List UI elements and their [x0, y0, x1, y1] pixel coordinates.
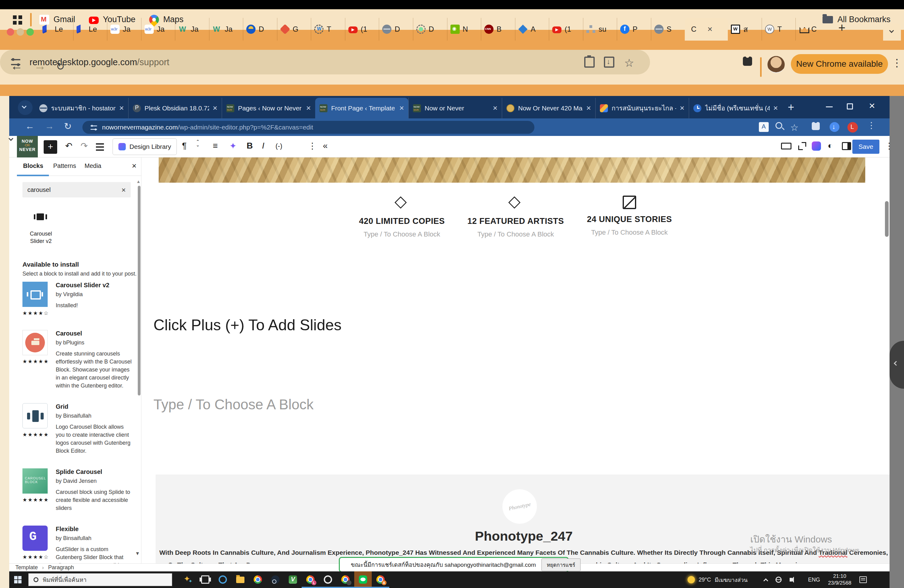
mac-browser-tab[interactable]: S [651, 18, 685, 41]
menu-dots-icon[interactable]: ⋮ [892, 57, 902, 69]
hero-image[interactable] [159, 158, 865, 183]
minimize-icon[interactable] [826, 106, 833, 107]
mac-browser-tab[interactable]: P [617, 18, 651, 41]
remote-session-panel-handle[interactable] [890, 341, 904, 389]
block-plugin-item[interactable]: ★★★★★ Carousel by bPlugins Create stunni… [22, 330, 138, 390]
fullscreen-icon[interactable] [798, 142, 806, 150]
block-type-hint[interactable]: Type / To Choose A Block [459, 230, 572, 238]
preview-desktop-icon[interactable] [781, 143, 792, 149]
align-icon[interactable] [213, 141, 218, 151]
clipboard-icon[interactable] [584, 57, 595, 68]
canvas-scrollbar[interactable] [885, 201, 889, 237]
clear-search-icon[interactable]: × [122, 186, 126, 194]
mac-browser-tab[interactable]: T [762, 18, 796, 41]
tab-patterns[interactable]: Patterns [53, 162, 76, 169]
tab-media[interactable]: Media [85, 162, 101, 169]
taskbar-app-icon[interactable] [372, 571, 389, 588]
extensions-icon[interactable] [812, 122, 820, 130]
close-traffic-light[interactable] [7, 28, 14, 36]
taskbar-weather[interactable]: 29°C มีเมฆบางส่วน [687, 571, 748, 588]
taskbar-app-icon[interactable] [302, 571, 319, 588]
move-up-down-icon[interactable] [197, 140, 199, 151]
mac-browser-tab[interactable]: G [277, 18, 311, 41]
address-bar[interactable]: nowornevermagazine.com /wp-admin/site-ed… [82, 121, 534, 134]
paragraph-icon[interactable] [182, 141, 186, 151]
windows-browser-tab[interactable]: Now Or Never 420 Maga... [502, 98, 595, 119]
windows-browser-tab[interactable]: การสนับสนุนระยะไกล - Chro... [595, 98, 689, 119]
taskbar-app-icon[interactable] [267, 571, 284, 588]
redo-icon[interactable] [81, 141, 88, 151]
mac-browser-tab[interactable]: N [447, 18, 481, 41]
add-slides-heading[interactable]: Click Plus (+) To Add Slides [153, 316, 341, 334]
settings-panel-icon[interactable] [842, 142, 851, 150]
block-plugin-item[interactable]: ★★★★☆ Carousel Slider v2 by Virgildia In… [22, 282, 138, 316]
bookmark-item[interactable]: Gmail [40, 15, 75, 25]
network-icon[interactable] [776, 577, 782, 583]
block-plugin-item[interactable]: ★★★★★ Grid by Binsaifullah Logo Carousel… [22, 403, 138, 455]
reload-icon[interactable]: ↻ [56, 60, 65, 73]
windows-browser-tab[interactable]: ระบบสมาชิก - hostatom [35, 98, 128, 119]
scroll-down-arrow-icon[interactable]: ▼ [135, 551, 140, 556]
windows-browser-tab[interactable]: ไม่มีชื่อ (พรีเซนเทชั่น (4:3)) - [689, 98, 782, 119]
taskbar-app-icon[interactable] [249, 571, 267, 588]
taskbar-app-icon[interactable] [319, 571, 337, 588]
site-settings-icon[interactable] [91, 125, 97, 130]
mac-browser-tab[interactable]: (1 [345, 18, 379, 41]
design-library-button[interactable]: Design Library [112, 138, 177, 155]
sidebar-scrollbar[interactable] [138, 186, 141, 395]
hidden-icons-chevron-icon[interactable] [763, 578, 768, 583]
empty-block-placeholder[interactable]: Type / To Choose A Block [153, 396, 314, 413]
collapse-icon[interactable] [323, 141, 328, 151]
mac-browser-tab[interactable]: (1 [549, 18, 583, 41]
taskbar-app-icon[interactable] [232, 571, 249, 588]
all-bookmarks-button[interactable]: All Bookmarks [822, 9, 890, 30]
mac-browser-tab[interactable]: ส [728, 18, 762, 41]
clock[interactable]: 21:10 23/9/2568 [828, 573, 852, 586]
apps-grid-icon[interactable] [13, 15, 17, 19]
forward-icon[interactable]: → [34, 59, 46, 73]
taskbar-search[interactable]: พิมพ์ที่นี่เพื่อค้นหา [28, 573, 172, 586]
bookmark-star-icon[interactable] [790, 122, 800, 132]
windows-browser-tab[interactable]: Pages ‹ Now or Never — [222, 98, 315, 119]
start-button-icon[interactable] [14, 576, 17, 579]
block-type-hint[interactable]: Type / To Choose A Block [345, 230, 459, 238]
zoom-icon[interactable] [776, 122, 782, 129]
close-icon[interactable]: × [132, 161, 136, 171]
tab-blocks[interactable]: Blocks [23, 162, 43, 169]
link-icon[interactable] [275, 142, 282, 150]
taskbar-app-icon[interactable] [196, 571, 214, 588]
speaker-icon[interactable] [790, 578, 792, 582]
undo-icon[interactable] [65, 141, 72, 151]
extensions-icon[interactable] [743, 57, 752, 66]
profile-avatar[interactable] [768, 56, 785, 73]
new-tab-button[interactable]: + [788, 101, 794, 114]
list-view-icon[interactable] [96, 143, 104, 145]
block-inserter-button[interactable]: + [44, 140, 57, 154]
site-logo[interactable]: NOW ·OR· NEVER [17, 136, 38, 158]
windows-browser-tab[interactable]: Front Page ‹ Template ‹ N [315, 98, 408, 119]
stop-sharing-button[interactable]: หยุดการแชร์ [542, 558, 580, 571]
mac-browser-tab[interactable]: A [515, 18, 549, 41]
back-icon[interactable]: ← [25, 121, 35, 131]
bookmark-item[interactable]: Maps [149, 15, 183, 25]
reload-icon[interactable]: ↻ [64, 121, 72, 132]
taskbar-app-icon[interactable] [337, 571, 354, 588]
zoom-traffic-light[interactable] [27, 28, 34, 36]
action-center-icon[interactable] [860, 576, 867, 583]
mac-browser-tab[interactable]: T [311, 18, 345, 41]
options-dots-icon[interactable] [308, 141, 317, 151]
mac-browser-tab[interactable]: B [481, 18, 515, 41]
profile-avatar[interactable] [847, 122, 858, 133]
close-icon[interactable]: × [869, 100, 875, 112]
mac-browser-tab[interactable]: Ja [209, 18, 243, 41]
site-settings-icon[interactable] [11, 59, 20, 65]
taskbar-app-icon[interactable] [179, 571, 196, 588]
carousel-block-icon[interactable] [36, 213, 44, 220]
bookmark-star-icon[interactable] [624, 57, 635, 68]
styles-icon[interactable] [812, 141, 821, 151]
download-icon[interactable] [830, 122, 839, 132]
taskbar-app-icon[interactable] [354, 571, 372, 588]
windows-browser-tab[interactable]: Now or Never [408, 98, 502, 119]
windows-browser-tab[interactable]: Plesk Obsidian 18.0.72 [128, 98, 222, 119]
forward-icon[interactable]: → [45, 121, 54, 131]
